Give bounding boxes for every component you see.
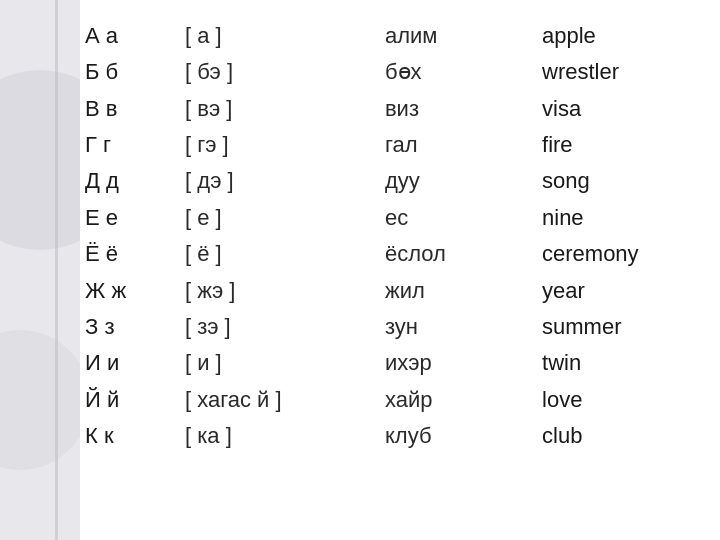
main-content: А а[ а ]алимappleБ б[ бэ ]бөхwrestlerВ в… (0, 0, 720, 472)
table-row: З з[ зэ ]зунsummer (85, 309, 700, 345)
example-cell: дуу (385, 163, 542, 199)
phonetic-cell: [ е ] (185, 200, 385, 236)
table-row: И и[ и ]ихэрtwin (85, 345, 700, 381)
example-cell: ихэр (385, 345, 542, 381)
letter-cell: Г г (85, 127, 185, 163)
example-cell: гал (385, 127, 542, 163)
letter-cell: Ё ё (85, 236, 185, 272)
table-row: К к[ ка ]клубclub (85, 418, 700, 454)
letter-cell: Ж ж (85, 273, 185, 309)
table-row: Б б[ бэ ]бөхwrestler (85, 54, 700, 90)
table-row: Й й[ хагас й ]хайрlove (85, 382, 700, 418)
table-row: А а[ а ]алимapple (85, 18, 700, 54)
translation-cell: nine (542, 200, 700, 236)
example-cell: бөх (385, 54, 542, 90)
translation-cell: visa (542, 91, 700, 127)
table-row: В в[ вэ ]визvisa (85, 91, 700, 127)
letter-cell: Д д (85, 163, 185, 199)
phonetic-cell: [ хагас й ] (185, 382, 385, 418)
translation-cell: ceremony (542, 236, 700, 272)
example-cell: ес (385, 200, 542, 236)
phonetic-cell: [ ё ] (185, 236, 385, 272)
translation-cell: summer (542, 309, 700, 345)
phonetic-cell: [ жэ ] (185, 273, 385, 309)
translation-cell: twin (542, 345, 700, 381)
translation-cell: love (542, 382, 700, 418)
table-row: Д д[ дэ ]дууsong (85, 163, 700, 199)
letter-cell: Й й (85, 382, 185, 418)
table-row: Е е[ е ]есnine (85, 200, 700, 236)
phonetic-cell: [ зэ ] (185, 309, 385, 345)
example-cell: виз (385, 91, 542, 127)
letter-cell: И и (85, 345, 185, 381)
phonetic-cell: [ гэ ] (185, 127, 385, 163)
phonetic-cell: [ ка ] (185, 418, 385, 454)
example-cell: хайр (385, 382, 542, 418)
example-cell: алим (385, 18, 542, 54)
translation-cell: song (542, 163, 700, 199)
translation-cell: apple (542, 18, 700, 54)
translation-cell: fire (542, 127, 700, 163)
table-row: Ж ж[ жэ ]жилyear (85, 273, 700, 309)
letter-cell: Е е (85, 200, 185, 236)
translation-cell: wrestler (542, 54, 700, 90)
phonetic-cell: [ бэ ] (185, 54, 385, 90)
table-row: Ё ё[ ё ]ёслолceremony (85, 236, 700, 272)
phonetic-cell: [ а ] (185, 18, 385, 54)
phonetic-cell: [ вэ ] (185, 91, 385, 127)
alphabet-table: А а[ а ]алимappleБ б[ бэ ]бөхwrestlerВ в… (85, 18, 700, 454)
letter-cell: Б б (85, 54, 185, 90)
example-cell: жил (385, 273, 542, 309)
translation-cell: club (542, 418, 700, 454)
table-row: Г г[ гэ ]галfire (85, 127, 700, 163)
letter-cell: З з (85, 309, 185, 345)
letter-cell: К к (85, 418, 185, 454)
letter-cell: В в (85, 91, 185, 127)
example-cell: ёслол (385, 236, 542, 272)
phonetic-cell: [ и ] (185, 345, 385, 381)
phonetic-cell: [ дэ ] (185, 163, 385, 199)
example-cell: зун (385, 309, 542, 345)
translation-cell: year (542, 273, 700, 309)
letter-cell: А а (85, 18, 185, 54)
example-cell: клуб (385, 418, 542, 454)
